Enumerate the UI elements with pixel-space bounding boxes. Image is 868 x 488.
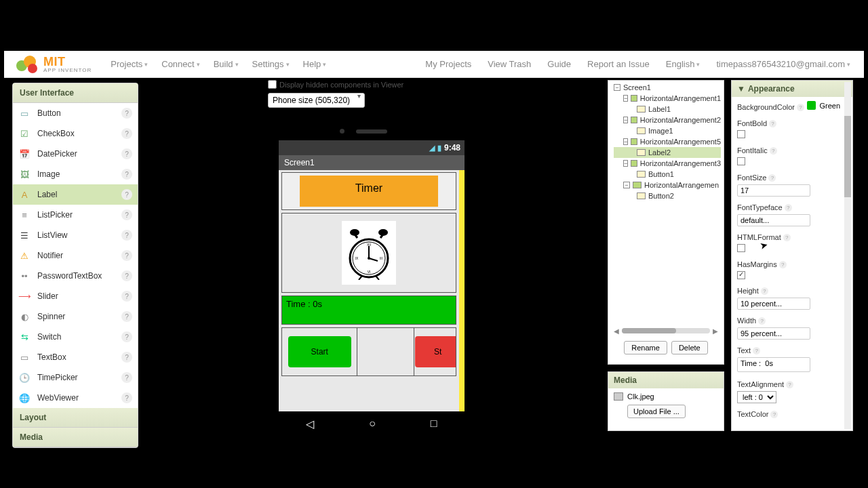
component-label1[interactable]: Timer xyxy=(300,176,438,207)
scroll-left-icon[interactable]: ◀ xyxy=(614,327,619,335)
prop-input-fonttypeface[interactable] xyxy=(737,214,810,226)
component-label2[interactable]: Time : 0s xyxy=(281,296,456,325)
component-button2[interactable]: St xyxy=(415,336,456,367)
delete-button[interactable]: Delete xyxy=(671,341,708,354)
tree-node-button2[interactable]: Button2 xyxy=(614,190,721,201)
help-icon[interactable]: ? xyxy=(779,261,787,268)
tree-node-image1[interactable]: Image1 xyxy=(614,125,721,136)
prop-input-fontsize[interactable] xyxy=(737,184,810,197)
help-icon[interactable]: ? xyxy=(121,311,132,322)
help-icon[interactable]: ? xyxy=(121,189,132,200)
component-ha3[interactable]: Start St xyxy=(281,327,456,376)
properties-section-appearance[interactable]: ▼ Appearance xyxy=(732,81,852,97)
expand-icon[interactable]: − xyxy=(623,95,628,102)
prop-check-hasmargins[interactable] xyxy=(737,271,745,279)
palette-item-timepicker[interactable]: 🕒TimePicker? xyxy=(13,367,138,388)
help-icon[interactable]: ? xyxy=(797,104,804,111)
components-hscroll[interactable]: ◀ ▶ xyxy=(614,327,718,334)
logo[interactable]: MIT APP INVENTOR xyxy=(4,54,97,75)
rename-button[interactable]: Rename xyxy=(624,341,667,354)
component-image1[interactable]: XIIIII VIIX xyxy=(342,221,396,285)
nav-recent-icon[interactable]: □ xyxy=(431,418,437,430)
component-ha2[interactable]: XIIIII VIIX xyxy=(281,213,456,293)
phone-screen[interactable]: Timer XIIIII VIIX xyxy=(279,170,465,411)
media-header[interactable]: Media xyxy=(608,372,724,388)
prop-value-bgcolor[interactable]: Green xyxy=(807,101,840,110)
tree-node-horizontalarrangemen[interactable]: −HorizontalArrangemen xyxy=(614,180,721,190)
expand-icon[interactable]: − xyxy=(623,182,630,188)
palette-item-label[interactable]: ALabel? xyxy=(13,184,138,205)
tree-node-horizontalarrangement3[interactable]: −HorizontalArrangement3 xyxy=(614,158,721,169)
palette-item-switch[interactable]: ⇆Switch? xyxy=(13,327,138,347)
tree-node-label2[interactable]: Label2 xyxy=(614,147,721,158)
menu-help[interactable]: Help▾ xyxy=(298,55,332,73)
expand-icon[interactable]: − xyxy=(623,160,628,167)
palette-item-checkbox[interactable]: ☑CheckBox? xyxy=(13,123,138,144)
help-icon[interactable]: ? xyxy=(121,331,132,342)
help-icon[interactable]: ? xyxy=(770,411,778,418)
palette-item-webviewer[interactable]: 🌐WebViewer? xyxy=(13,388,138,408)
menu-build[interactable]: Build▾ xyxy=(208,55,244,73)
tree-node-horizontalarrangement2[interactable]: −HorizontalArrangement2 xyxy=(614,115,721,125)
component-button1[interactable]: Start xyxy=(288,336,351,367)
help-icon[interactable]: ? xyxy=(121,392,132,403)
prop-input-width[interactable] xyxy=(737,327,810,340)
nav-home-icon[interactable]: ○ xyxy=(369,418,376,430)
display-hidden-check-input[interactable] xyxy=(268,80,277,89)
help-icon[interactable]: ? xyxy=(121,250,132,261)
prop-input-height[interactable] xyxy=(737,298,810,310)
help-icon[interactable]: ? xyxy=(761,287,768,295)
palette-item-datepicker[interactable]: 📅DatePicker? xyxy=(13,144,138,164)
help-icon[interactable]: ? xyxy=(758,317,766,325)
help-icon[interactable]: ? xyxy=(783,234,791,241)
scroll-right-icon[interactable]: ▶ xyxy=(713,327,718,335)
menu-guide[interactable]: Guide xyxy=(542,55,576,73)
palette-item-listview[interactable]: ☰ListView? xyxy=(13,225,138,245)
palette-category-layout[interactable]: Layout xyxy=(13,408,138,428)
menu-report-issue[interactable]: Report an Issue xyxy=(582,55,655,73)
upload-file-button[interactable]: Upload File ... xyxy=(627,405,686,418)
prop-check-htmlformat[interactable] xyxy=(737,244,745,252)
component-ha1[interactable]: Timer xyxy=(281,172,456,210)
tree-node-button1[interactable]: Button1 xyxy=(614,169,721,180)
palette-item-button[interactable]: ▭Button? xyxy=(13,103,138,123)
palette-item-notifier[interactable]: ⚠Notifier? xyxy=(13,245,138,266)
menu-language[interactable]: English▾ xyxy=(660,55,706,73)
palette-item-listpicker[interactable]: ≡ListPicker? xyxy=(13,205,138,225)
menu-projects[interactable]: Projects▾ xyxy=(105,55,153,73)
help-icon[interactable]: ? xyxy=(786,381,793,388)
help-icon[interactable]: ? xyxy=(770,147,777,155)
expand-icon[interactable]: − xyxy=(614,84,620,91)
menu-settings[interactable]: Settings▾ xyxy=(247,55,295,73)
phone-size-select[interactable]: Phone size (505,320) xyxy=(268,93,365,108)
menu-my-projects[interactable]: My Projects xyxy=(420,55,477,73)
tree-node-label1[interactable]: Label1 xyxy=(614,104,721,115)
tree-node-screen1[interactable]: −Screen1 xyxy=(614,82,721,93)
help-icon[interactable]: ? xyxy=(785,204,792,211)
help-icon[interactable]: ? xyxy=(121,230,132,241)
tree-node-horizontalarrangement1[interactable]: −HorizontalArrangement1 xyxy=(614,93,721,104)
help-icon[interactable]: ? xyxy=(121,209,132,220)
prop-check-fontitalic[interactable] xyxy=(737,157,745,165)
palette-item-textbox[interactable]: ▭TextBox? xyxy=(13,347,138,367)
menu-connect[interactable]: Connect▾ xyxy=(156,55,205,73)
help-icon[interactable]: ? xyxy=(121,291,132,302)
components-tree[interactable]: −Screen1 −HorizontalArrangement1Label1−H… xyxy=(608,81,724,337)
nav-back-icon[interactable]: ◁ xyxy=(306,418,314,430)
prop-select-textalign[interactable]: left : 0 xyxy=(737,391,776,403)
expand-icon[interactable]: − xyxy=(623,138,628,145)
menu-view-trash[interactable]: View Trash xyxy=(482,55,536,73)
help-icon[interactable]: ? xyxy=(121,108,132,119)
help-icon[interactable]: ? xyxy=(121,148,132,159)
help-icon[interactable]: ? xyxy=(121,169,132,180)
prop-input-text[interactable]: Time : 0s xyxy=(737,357,810,372)
help-icon[interactable]: ? xyxy=(121,128,132,139)
display-hidden-checkbox[interactable]: Display hidden components in Viewer xyxy=(268,80,614,89)
help-icon[interactable]: ? xyxy=(753,347,760,354)
prop-check-fontbold[interactable] xyxy=(737,130,745,138)
properties-vscroll[interactable] xyxy=(844,82,851,429)
palette-item-slider[interactable]: ⟶Slider? xyxy=(13,286,138,306)
help-icon[interactable]: ? xyxy=(769,120,776,127)
palette-category-ui[interactable]: User Interface xyxy=(13,83,138,103)
help-icon[interactable]: ? xyxy=(768,174,776,182)
